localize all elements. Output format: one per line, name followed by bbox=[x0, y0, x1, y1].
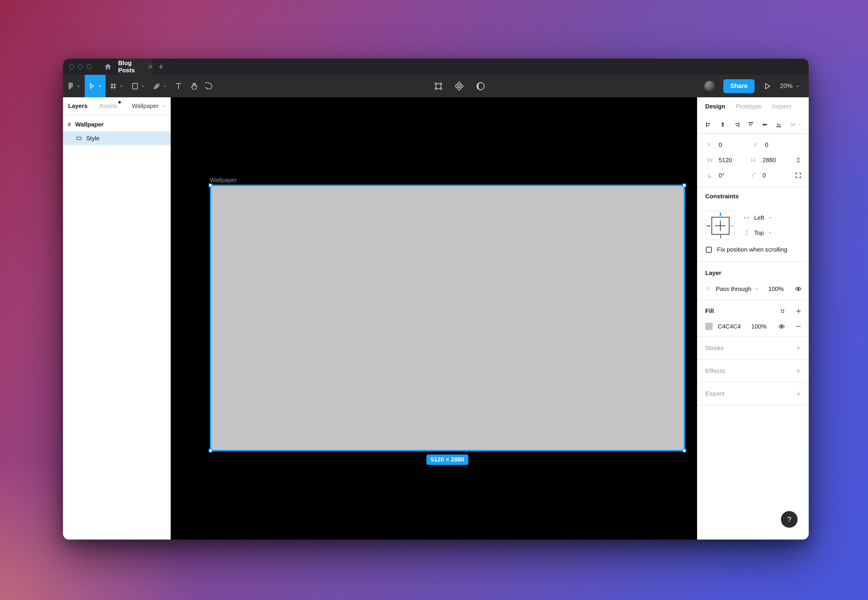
horizontal-constraint-icon bbox=[743, 215, 750, 221]
align-top-button[interactable] bbox=[748, 121, 754, 128]
vertical-constraint-dropdown[interactable]: Top bbox=[743, 228, 772, 238]
independent-corners-icon[interactable] bbox=[795, 172, 802, 179]
page-selector[interactable]: Wallpaper bbox=[132, 102, 166, 109]
add-fill-icon[interactable] bbox=[795, 308, 802, 314]
selection-size-badge: 5120 × 2880 bbox=[426, 455, 468, 465]
selection-handle-bottom-right[interactable] bbox=[682, 449, 686, 452]
main-menu-button[interactable] bbox=[63, 75, 85, 97]
fill-section: Fill C4C4C4 100% bbox=[697, 300, 809, 336]
align-horizontal-center-button[interactable] bbox=[720, 121, 726, 128]
home-button[interactable] bbox=[98, 59, 118, 75]
new-tab-button[interactable]: + bbox=[153, 59, 169, 75]
rotation-field[interactable]: 0° bbox=[707, 172, 751, 179]
share-button[interactable]: Share bbox=[723, 79, 755, 93]
fill-opacity-value[interactable]: 100% bbox=[751, 323, 777, 330]
constraint-right-tick[interactable] bbox=[730, 226, 733, 226]
help-button[interactable]: ? bbox=[781, 511, 798, 528]
toolbar-right: Share 20% bbox=[704, 75, 809, 97]
rotation-value[interactable]: 0° bbox=[718, 172, 724, 179]
add-export-icon[interactable] bbox=[795, 391, 802, 397]
position-section: X 0 Y 0 W 5120 H 2880 bbox=[697, 134, 809, 187]
avatar[interactable] bbox=[704, 81, 715, 91]
selection-handle-bottom-left[interactable] bbox=[209, 449, 212, 452]
radius-field[interactable]: 0 bbox=[751, 172, 795, 179]
comment-tool-button[interactable] bbox=[201, 75, 217, 97]
close-window-button[interactable] bbox=[69, 64, 74, 69]
height-field[interactable]: H 2880 bbox=[751, 157, 795, 164]
align-right-button[interactable] bbox=[733, 121, 740, 128]
effects-section: Effects bbox=[697, 360, 809, 382]
layer-opacity-value[interactable]: 100% bbox=[768, 285, 784, 292]
x-value[interactable]: 0 bbox=[718, 141, 722, 148]
fill-color-swatch[interactable] bbox=[705, 323, 712, 330]
layer-name: Style bbox=[86, 135, 100, 142]
radius-value[interactable]: 0 bbox=[763, 172, 766, 179]
align-vertical-center-button[interactable] bbox=[762, 121, 768, 128]
fix-position-checkbox[interactable] bbox=[706, 247, 712, 253]
fix-position-label: Fix position when scrolling bbox=[717, 246, 787, 253]
fix-position-row[interactable]: Fix position when scrolling bbox=[706, 246, 787, 253]
tab-layers[interactable]: Layers bbox=[68, 102, 88, 109]
add-stroke-icon[interactable] bbox=[795, 345, 802, 351]
distribute-menu-button[interactable] bbox=[790, 121, 802, 128]
shape-tool-button[interactable] bbox=[127, 75, 149, 97]
constraint-left-tick[interactable] bbox=[707, 225, 710, 227]
fill-styles-icon[interactable] bbox=[780, 308, 786, 314]
h-value[interactable]: 2880 bbox=[763, 157, 776, 164]
page-selector-label: Wallpaper bbox=[132, 102, 159, 109]
present-button[interactable] bbox=[763, 82, 772, 91]
horizontal-constraint-dropdown[interactable]: Left bbox=[743, 213, 772, 223]
export-title: Export bbox=[705, 390, 724, 397]
close-tab-icon[interactable]: ✕ bbox=[148, 64, 153, 70]
w-value[interactable]: 5120 bbox=[718, 157, 732, 164]
selected-frame[interactable] bbox=[210, 185, 685, 451]
layer-row-style[interactable]: Style bbox=[63, 131, 171, 145]
pen-tool-button[interactable] bbox=[149, 75, 171, 97]
constraint-bottom-tick[interactable] bbox=[720, 235, 721, 238]
minimize-window-button[interactable] bbox=[78, 64, 83, 69]
file-tab[interactable]: Blog Posts ✕ bbox=[118, 59, 153, 75]
layer-row-wallpaper[interactable]: # Wallpaper bbox=[63, 117, 171, 131]
y-field[interactable]: Y 0 bbox=[753, 141, 800, 148]
tab-prototype[interactable]: Prototype bbox=[736, 103, 761, 110]
fill-title: Fill bbox=[705, 308, 714, 315]
canvas-frame-label[interactable]: Wallpaper bbox=[210, 177, 237, 184]
selection-handle-top-right[interactable] bbox=[682, 183, 686, 187]
create-component-button[interactable] bbox=[455, 82, 464, 91]
tab-design[interactable]: Design bbox=[705, 103, 725, 110]
align-bottom-button[interactable] bbox=[776, 121, 782, 128]
constrain-proportions-icon[interactable] bbox=[795, 157, 802, 164]
vertical-constraint-value: Top bbox=[754, 229, 764, 236]
constraints-widget[interactable] bbox=[705, 211, 735, 240]
move-cursor-icon bbox=[88, 82, 96, 90]
add-effect-icon[interactable] bbox=[795, 368, 802, 374]
fill-visibility-icon[interactable] bbox=[778, 323, 785, 330]
tab-inspect[interactable]: Inspect bbox=[772, 103, 791, 110]
corner-radius-icon bbox=[751, 172, 758, 179]
frame-tool-button[interactable] bbox=[106, 75, 127, 97]
main-area: Layers Assets Wallpaper # Wallpaper bbox=[63, 97, 809, 539]
blend-mode-dropdown[interactable]: Pass through bbox=[716, 285, 759, 292]
zoom-menu[interactable]: 20% bbox=[780, 82, 800, 89]
width-field[interactable]: W 5120 bbox=[707, 157, 751, 164]
zoom-window-button[interactable] bbox=[87, 64, 92, 69]
hand-tool-button[interactable] bbox=[186, 75, 201, 97]
selection-handle-top-left[interactable] bbox=[209, 183, 212, 187]
y-value[interactable]: 0 bbox=[765, 141, 768, 148]
horizontal-constraint-value: Left bbox=[754, 214, 764, 221]
vertical-constraint-icon bbox=[743, 230, 750, 236]
edit-object-button[interactable] bbox=[434, 82, 443, 91]
layer-visibility-icon[interactable] bbox=[795, 285, 802, 292]
text-tool-button[interactable] bbox=[171, 75, 186, 97]
chevron-down-icon bbox=[768, 216, 772, 220]
remove-fill-icon[interactable] bbox=[795, 323, 802, 330]
align-left-button[interactable] bbox=[705, 121, 712, 128]
tab-assets[interactable]: Assets bbox=[99, 102, 117, 109]
fill-hex-value[interactable]: C4C4C4 bbox=[718, 323, 751, 330]
use-as-mask-button[interactable] bbox=[475, 81, 485, 91]
x-field[interactable]: X 0 bbox=[707, 141, 753, 148]
canvas[interactable]: Wallpaper 5120 × 2880 bbox=[171, 97, 697, 539]
move-tool-button[interactable] bbox=[85, 75, 106, 97]
export-section: Export bbox=[697, 382, 809, 405]
constraint-top-tick[interactable] bbox=[720, 213, 721, 216]
